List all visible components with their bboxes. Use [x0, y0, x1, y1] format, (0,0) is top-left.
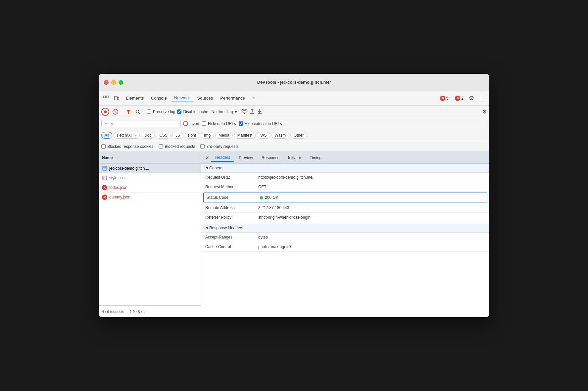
tab-network[interactable]: Network [171, 94, 193, 102]
warning-badge[interactable]: ✕ 2 [453, 95, 466, 102]
tab-preview[interactable]: Preview [235, 154, 257, 161]
settings-button[interactable]: ⚙ [467, 94, 476, 103]
detail-value: public, max-age=0 [258, 244, 485, 249]
more-options-button[interactable]: ⋮ [477, 94, 487, 103]
inspector-icon[interactable] [101, 94, 111, 103]
chip-doc[interactable]: Doc [141, 132, 155, 139]
general-section-content: Request URL: https://jec-cors-demo.glitc… [201, 173, 489, 222]
filter-input[interactable] [101, 120, 181, 127]
detail-label: Cache-Control: [205, 244, 258, 249]
device-icon[interactable] [112, 94, 121, 103]
detail-tabs: ✕ Headers Preview Response Initiator Tim… [201, 152, 489, 164]
chip-fetch-xhr[interactable]: Fetch/XHR [114, 132, 140, 139]
warning-count: 2 [461, 96, 464, 101]
tab-console[interactable]: Console [148, 94, 170, 102]
maximize-button[interactable] [119, 80, 123, 85]
wifi-icon[interactable] [241, 109, 248, 115]
css-icon: {} [102, 175, 107, 181]
close-button[interactable] [104, 80, 109, 85]
svg-point-5 [136, 110, 139, 113]
filter-bar: Invert Hide data URLs Hide extension URL… [99, 118, 489, 129]
chip-ws[interactable]: WS [257, 132, 270, 139]
search-button[interactable] [134, 108, 141, 115]
svg-rect-3 [118, 97, 119, 100]
general-section-header: ▼General [201, 164, 489, 173]
tab-response[interactable]: Response [258, 154, 283, 161]
chip-media[interactable]: Media [215, 132, 233, 139]
detail-row-referrer-policy: Referrer Policy: strict-origin-when-cros… [201, 213, 489, 222]
hide-extension-urls-checkbox[interactable]: Hide extension URLs [239, 121, 282, 126]
chip-img[interactable]: Img [201, 132, 214, 139]
network-toolbar: ⏺ 🚫 Preserve log Disable cache No thrott… [99, 106, 489, 118]
detail-row-status-code: Status Code: 200 OK [203, 193, 487, 202]
chip-font[interactable]: Font [185, 132, 199, 139]
resource-type-filter: All Fetch/XHR Doc CSS JS Font Img Media … [99, 129, 489, 141]
svg-text:{}: {} [103, 177, 106, 180]
tab-sources[interactable]: Sources [194, 94, 217, 102]
download-icon[interactable] [257, 108, 262, 115]
request-list: jec-cors-demo.glitch.... {} style.css [99, 164, 201, 305]
clear-button[interactable]: 🚫 [111, 108, 119, 116]
list-item[interactable]: ✕ todos.json [99, 183, 201, 193]
sidebar-footer: 4 / 6 requests 1.9 kB / 1 [99, 305, 201, 317]
upload-icon[interactable] [250, 108, 255, 115]
record-button[interactable]: ⏺ [101, 108, 109, 116]
hide-data-urls-checkbox[interactable]: Hide data URLs [202, 121, 236, 126]
checkbox-filter-row: Blocked response cookies Blocked request… [99, 141, 489, 152]
minimize-button[interactable] [111, 80, 116, 85]
detail-value: strict-origin-when-cross-origin [258, 215, 485, 220]
detail-value: 3.217.87.180:443 [258, 205, 485, 210]
title-bar: DevTools - jec-cors-demo.glitch.me/ [99, 74, 489, 91]
tab-performance[interactable]: Performance [217, 94, 248, 102]
detail-label: Accept-Ranges: [205, 235, 258, 239]
error-icon: ✕ [102, 195, 107, 200]
error-badge[interactable]: ✕ 5 [438, 95, 451, 102]
requests-count: 4 / 6 requests [102, 310, 124, 314]
list-item[interactable]: {} style.css [99, 173, 201, 183]
svg-rect-0 [104, 96, 106, 98]
detail-value: https://jec-cors-demo.glitch.me/ [258, 175, 485, 180]
list-item[interactable]: jec-cors-demo.glitch.... [99, 164, 201, 173]
chip-wasm[interactable]: Wasm [271, 132, 289, 139]
window-title: DevTools - jec-cors-demo.glitch.me/ [257, 80, 331, 85]
divider [122, 109, 122, 115]
svg-rect-2 [115, 96, 117, 100]
chip-js[interactable]: JS [172, 132, 183, 139]
request-list-sidebar: Name jec-cors-demo.glitch.... [99, 152, 201, 317]
disable-cache-checkbox[interactable]: Disable cache [177, 109, 208, 114]
detail-value: bytes [258, 235, 485, 239]
filter-button[interactable] [125, 108, 132, 115]
svg-marker-4 [126, 110, 131, 114]
list-item[interactable]: ✕ dummy.json [99, 193, 201, 202]
chip-manifest[interactable]: Manifest [234, 132, 256, 139]
tab-timing[interactable]: Timing [306, 154, 325, 161]
detail-label: Request URL: [205, 175, 258, 180]
doc-icon [102, 166, 107, 171]
chip-other[interactable]: Other [290, 132, 307, 139]
throttle-select[interactable]: No throttling ▼ [210, 109, 239, 115]
response-headers-section-content: Accept-Ranges: bytes Cache-Control: publ… [201, 233, 489, 252]
tab-initiator[interactable]: Initiator [284, 154, 305, 161]
traffic-lights [104, 80, 123, 85]
detail-value: GET [258, 185, 485, 189]
detail-row-accept-ranges: Accept-Ranges: bytes [201, 233, 489, 242]
chip-css[interactable]: CSS [156, 132, 171, 139]
detail-row-cache-control: Cache-Control: public, max-age=0 [201, 242, 489, 252]
detail-value: 200 OK [260, 195, 484, 200]
blocked-requests-checkbox[interactable]: Blocked requests [159, 144, 195, 149]
preserve-log-checkbox[interactable]: Preserve log [147, 109, 175, 114]
third-party-checkbox[interactable]: 3rd-party requests [200, 144, 238, 149]
close-detail-button[interactable]: ✕ [204, 154, 211, 161]
invert-checkbox[interactable]: Invert [183, 121, 199, 126]
detail-panel: ✕ Headers Preview Response Initiator Tim… [201, 152, 489, 317]
tab-headers[interactable]: Headers [211, 154, 234, 162]
chip-all[interactable]: All [101, 132, 112, 139]
size-info: 1.9 kB / 1 [130, 310, 145, 314]
more-tabs-button[interactable]: » [250, 94, 259, 102]
network-settings-icon[interactable]: ⚙ [482, 109, 487, 115]
tab-elements[interactable]: Elements [122, 94, 147, 102]
detail-row-request-method: Request Method: GET [201, 182, 489, 192]
detail-row-remote-address: Remote Address: 3.217.87.180:443 [201, 203, 489, 213]
svg-point-7 [244, 113, 245, 113]
blocked-cookies-checkbox[interactable]: Blocked response cookies [101, 144, 153, 149]
